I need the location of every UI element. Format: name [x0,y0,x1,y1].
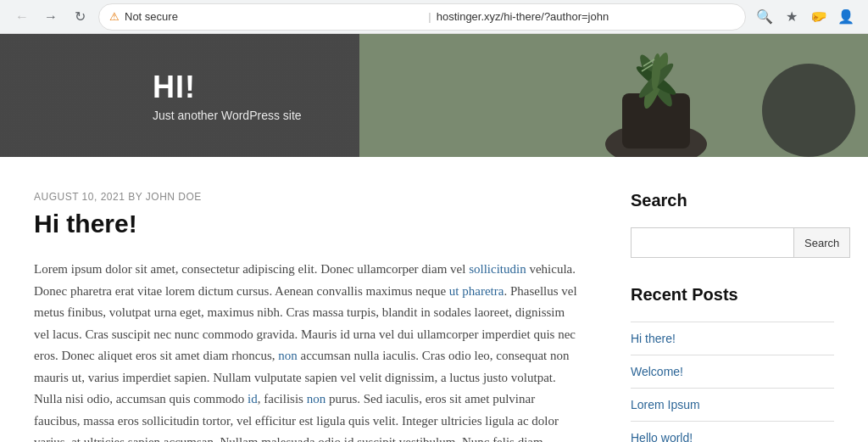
list-item: Hello world! [631,422,834,442]
back-button[interactable]: ← [10,5,34,29]
site-title: HI! [153,70,302,105]
forward-button[interactable]: → [39,5,63,29]
post-link-id[interactable]: id [248,392,258,406]
post-link-ut-pharetra[interactable]: ut pharetra [449,284,504,298]
sidebar: Search Search Recent Posts Hi there! Wel… [631,191,834,442]
post-link-non2[interactable]: non [307,392,326,406]
browser-toolbar: 🔍 ★ 🤛 👤 [753,5,858,29]
browser-chrome: ← → ↻ ⚠ Not secure | hostinger.xyz/hi-th… [0,0,868,34]
svg-rect-2 [622,93,690,148]
header-content: HI! Just another WordPress site [34,70,302,122]
search-form: Search [631,227,834,258]
header-image [359,34,868,157]
search-widget-title: Search [631,191,834,217]
security-icon: ⚠ [109,10,120,24]
list-item: Welcome! [631,355,834,389]
url-domain: hostinger.xyz/hi-there/?author=john [437,10,735,23]
profile-button[interactable]: 👤 [834,5,858,29]
search-input[interactable] [631,227,794,258]
reload-button[interactable]: ↻ [68,5,92,29]
post-body: Lorem ipsum dolor sit amet, consectetur … [34,259,580,442]
search-submit-button[interactable]: Search [794,227,850,258]
post-paragraph: Lorem ipsum dolor sit amet, consectetur … [34,259,580,442]
post-link-sollicitudin[interactable]: sollicitudin [469,262,526,276]
address-bar[interactable]: ⚠ Not secure | hostinger.xyz/hi-there/?a… [98,3,746,31]
recent-post-link-4[interactable]: Hello world! [631,431,693,442]
search-widget: Search Search [631,191,834,258]
site-content: August 10, 2021 by John Doe Hi there! Lo… [0,157,868,442]
site-header: HI! Just another WordPress site [0,34,868,157]
browser-nav-buttons: ← → ↻ [10,5,92,29]
search-browser-button[interactable]: 🔍 [753,5,776,29]
header-photo [359,34,868,157]
recent-posts-title: Recent Posts [631,285,834,311]
list-item: Hi there! [631,322,834,355]
bookmark-button[interactable]: ★ [780,5,804,29]
post-title: Hi there! [34,210,580,238]
site-tagline: Just another WordPress site [153,109,302,122]
url-separator: | [428,10,431,23]
recent-post-link-1[interactable]: Hi there! [631,332,676,345]
post-meta: August 10, 2021 by John Doe [34,191,580,203]
recent-posts-widget: Recent Posts Hi there! Welcome! Lorem Ip… [631,285,834,442]
recent-post-link-3[interactable]: Lorem Ipsum [631,398,700,411]
post-link-non1[interactable]: non [278,349,298,362]
extensions-button[interactable]: 🤛 [807,5,831,29]
list-item: Lorem Ipsum [631,389,834,422]
recent-posts-list: Hi there! Welcome! Lorem Ipsum Hello wor… [631,322,834,442]
main-content: August 10, 2021 by John Doe Hi there! Lo… [34,191,580,442]
recent-post-link-2[interactable]: Welcome! [631,365,683,378]
url-text: Not secure [125,10,423,23]
svg-point-10 [762,64,855,157]
